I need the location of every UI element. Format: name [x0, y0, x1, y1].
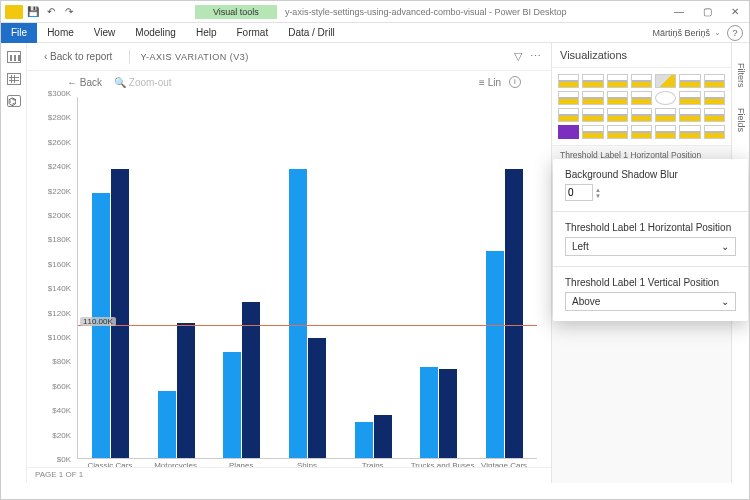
info-icon[interactable]: i: [509, 76, 521, 88]
menu-modeling[interactable]: Modeling: [125, 23, 186, 43]
menu-home[interactable]: Home: [37, 23, 84, 43]
minimize-button[interactable]: —: [665, 6, 693, 17]
viz-type-icon[interactable]: [679, 91, 700, 105]
y-tick-label: $240K: [48, 162, 71, 171]
menu-view[interactable]: View: [84, 23, 126, 43]
bar[interactable]: [486, 251, 504, 458]
viz-type-icon[interactable]: [558, 74, 579, 88]
viz-type-icon[interactable]: [704, 91, 725, 105]
y-tick-label: $160K: [48, 259, 71, 268]
bar[interactable]: [308, 338, 326, 458]
viz-type-icon[interactable]: [582, 74, 603, 88]
y-tick-label: $80K: [52, 357, 71, 366]
shadow-blur-spinner[interactable]: ▲▼: [565, 184, 609, 201]
viz-type-selected-icon[interactable]: [558, 125, 579, 139]
viz-type-icon[interactable]: [655, 125, 676, 139]
model-view-icon[interactable]: ⌬: [7, 95, 21, 107]
viz-type-icon[interactable]: [582, 108, 603, 122]
report-view-icon[interactable]: [7, 51, 21, 63]
y-tick-label: $260K: [48, 137, 71, 146]
menu-format[interactable]: Format: [226, 23, 278, 43]
zoom-out-button[interactable]: 🔍 Zoom-out: [114, 77, 172, 88]
close-button[interactable]: ✕: [721, 6, 749, 17]
viz-type-icon[interactable]: [558, 91, 579, 105]
help-icon[interactable]: ?: [727, 25, 743, 41]
data-view-icon[interactable]: [7, 73, 21, 85]
bar[interactable]: [355, 422, 373, 458]
viz-type-icon[interactable]: [582, 125, 603, 139]
bar-group: [149, 97, 204, 458]
viz-type-icon[interactable]: [655, 74, 676, 88]
viz-type-icon[interactable]: [679, 108, 700, 122]
visualizations-header[interactable]: Visualizations: [552, 43, 731, 68]
bar[interactable]: [374, 415, 392, 458]
maximize-button[interactable]: ▢: [693, 6, 721, 17]
fields-tab[interactable]: Fields: [736, 108, 746, 132]
viz-type-icon[interactable]: [679, 74, 700, 88]
bar[interactable]: [439, 369, 457, 458]
undo-icon[interactable]: ↶: [45, 6, 57, 18]
window-title: y-axis-style-settings-using-advanced-com…: [285, 7, 665, 17]
viz-type-icon[interactable]: [704, 74, 725, 88]
menu-help[interactable]: Help: [186, 23, 227, 43]
lin-toggle[interactable]: ≡ Lin: [479, 77, 501, 88]
bar[interactable]: [289, 169, 307, 458]
viz-type-icon[interactable]: [607, 74, 628, 88]
menu-data-drill[interactable]: Data / Drill: [278, 23, 345, 43]
viz-type-icon[interactable]: [655, 91, 676, 105]
y-tick-label: $0K: [57, 455, 71, 464]
viz-type-icon[interactable]: [582, 91, 603, 105]
bar-group: [477, 97, 532, 458]
bar-group: [411, 97, 466, 458]
shadow-blur-label: Background Shadow Blur: [565, 169, 736, 180]
y-tick-label: $40K: [52, 406, 71, 415]
more-icon[interactable]: ⋯: [530, 50, 541, 63]
breadcrumb: Back to report Y-AXIS VARIATION (V3) ▽ ⋯: [27, 43, 551, 71]
y-tick-label: $100K: [48, 333, 71, 342]
bar[interactable]: [420, 367, 438, 458]
bar[interactable]: [223, 352, 241, 458]
visual-tools-tab[interactable]: Visual tools: [195, 5, 277, 19]
save-icon[interactable]: 💾: [27, 6, 39, 18]
back-to-report-button[interactable]: Back to report: [37, 48, 119, 65]
bar[interactable]: [505, 169, 523, 458]
y-tick-label: $20K: [52, 430, 71, 439]
user-label[interactable]: Mārtiņš Beriņš: [652, 28, 714, 38]
spinner-down-icon[interactable]: ▼: [595, 193, 601, 199]
viz-type-icon[interactable]: [607, 91, 628, 105]
y-tick-label: $220K: [48, 186, 71, 195]
viz-type-icon[interactable]: [607, 108, 628, 122]
viz-type-icon[interactable]: [631, 125, 652, 139]
viz-type-icon[interactable]: [631, 91, 652, 105]
viz-type-icon[interactable]: [704, 108, 725, 122]
viz-type-icon[interactable]: [558, 108, 579, 122]
bar-group: [280, 97, 335, 458]
page-title: Y-AXIS VARIATION (V3): [140, 52, 248, 62]
bar[interactable]: [92, 193, 110, 458]
viz-type-icon[interactable]: [655, 108, 676, 122]
viz-type-icon[interactable]: [704, 125, 725, 139]
bar-group: [345, 97, 400, 458]
filter-icon[interactable]: ▽: [514, 50, 522, 63]
menu-file[interactable]: File: [1, 23, 37, 43]
chevron-down-icon: ⌄: [721, 241, 729, 252]
viz-type-icon[interactable]: [631, 108, 652, 122]
viz-type-icon[interactable]: [631, 74, 652, 88]
chart-back-button[interactable]: ← Back: [67, 77, 102, 88]
viz-type-icon[interactable]: [679, 125, 700, 139]
y-tick-label: $300K: [48, 89, 71, 98]
filters-tab[interactable]: Filters: [736, 63, 746, 88]
shadow-blur-input[interactable]: [565, 184, 593, 201]
viz-type-icon[interactable]: [607, 125, 628, 139]
vpos-select[interactable]: Above⌄: [565, 292, 736, 311]
bar[interactable]: [158, 391, 176, 458]
bar[interactable]: [111, 169, 129, 458]
bar[interactable]: [177, 323, 195, 458]
redo-icon[interactable]: ↷: [63, 6, 75, 18]
titlebar: 💾 ↶ ↷ Visual tools y-axis-style-settings…: [1, 1, 749, 23]
chevron-down-icon[interactable]: ⌄: [714, 28, 721, 37]
hpos-label: Threshold Label 1 Horizontal Position: [565, 222, 736, 233]
plot-area: 110.00K: [77, 97, 537, 459]
hpos-select[interactable]: Left⌄: [565, 237, 736, 256]
threshold-label: 110.00K: [80, 317, 116, 326]
